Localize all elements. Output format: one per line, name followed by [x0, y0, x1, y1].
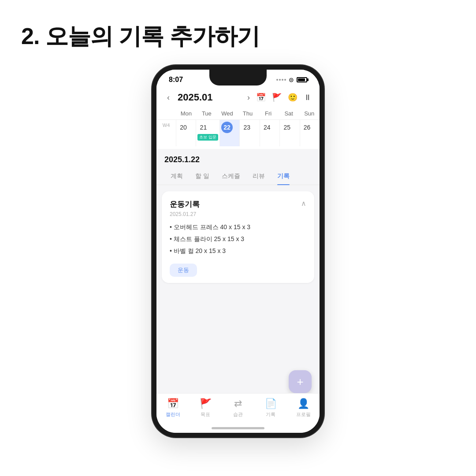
day-num-22: 22 — [221, 122, 233, 133]
chevron-up-icon[interactable]: ∧ — [301, 199, 306, 208]
cal-day-26[interactable]: 26 — [300, 120, 320, 146]
day-num-23: 23 — [241, 122, 253, 133]
profile-nav-icon: 👤 — [298, 398, 309, 409]
nav-label-record: 기록 — [266, 411, 275, 418]
tab-schedule[interactable]: 스케쥴 — [216, 168, 246, 185]
phone-notch — [209, 70, 267, 86]
weekday-thu: Thu — [238, 108, 258, 119]
goal-nav-icon: 🚩 — [200, 398, 212, 409]
day-num-24: 24 — [261, 122, 273, 133]
weekday-sun: Sun — [299, 108, 320, 119]
record-title: 운동기록 — [170, 199, 200, 209]
weekday-fri: Fri — [258, 108, 279, 119]
signal-icon — [276, 79, 286, 81]
home-indicator — [212, 427, 264, 429]
record-item-3: • 바벨 컬 20 x 15 x 3 — [170, 246, 306, 256]
tab-review[interactable]: 리뷰 — [246, 168, 271, 185]
nav-item-goal[interactable]: 🚩 목표 — [189, 398, 222, 418]
status-time: 8:07 — [169, 76, 183, 84]
cal-day-23[interactable]: 23 — [239, 120, 259, 146]
day-num-26: 26 — [301, 122, 313, 133]
flag-icon[interactable]: 🚩 — [272, 93, 282, 102]
calendar-grid: Mon Tue Wed Thu Fri Sat Sun W4 20 21 초보 … — [156, 108, 320, 149]
weekday-tue: Tue — [197, 108, 217, 119]
nav-item-habit[interactable]: ⇄ 습관 — [222, 398, 254, 418]
week-col-label — [156, 108, 176, 119]
nav-label-goal: 목표 — [201, 411, 210, 418]
record-card-header: 운동기록 ∧ — [170, 199, 306, 209]
status-icons: ⊜ — [276, 76, 307, 83]
selected-date-label: 2025.1.22 — [164, 155, 312, 164]
next-month-button[interactable]: › — [245, 92, 253, 103]
calendar-nav-icon: 📅 — [167, 398, 179, 409]
nav-item-record[interactable]: 📄 기록 — [254, 398, 287, 418]
cal-day-21[interactable]: 21 초보 입문 — [196, 120, 219, 146]
nav-item-calendar[interactable]: 📅 캘린더 — [156, 398, 189, 418]
habit-nav-icon: ⇄ — [234, 398, 242, 409]
prev-month-button[interactable]: ‹ — [164, 92, 172, 103]
tab-todo[interactable]: 할 일 — [189, 168, 216, 185]
face-icon[interactable]: 🙂 — [288, 93, 298, 102]
record-section: 운동기록 ∧ 2025.01.27 • 오버헤드 프레스 40 x 15 x 3… — [156, 185, 320, 289]
battery-icon — [297, 77, 307, 82]
cal-day-22[interactable]: 22 — [219, 120, 239, 146]
weekday-sat: Sat — [279, 108, 299, 119]
weekday-mon: Mon — [176, 108, 197, 119]
phone-frame: 8:07 ⊜ ‹ 2025.01 › 📅 🚩 — [152, 65, 324, 437]
record-item-2: • 체스트 플라이 25 x 15 x 3 — [170, 234, 306, 244]
tab-plan[interactable]: 계획 — [164, 168, 189, 185]
nav-label-profile: 프로필 — [296, 411, 311, 418]
calendar-header-icons: 📅 🚩 🙂 ⏸ — [256, 93, 312, 102]
calendar-header: ‹ 2025.01 › 📅 🚩 🙂 ⏸ — [156, 87, 320, 108]
record-date: 2025.01.27 — [170, 211, 306, 217]
day-num-21: 21 — [197, 122, 209, 133]
weekday-header: Mon Tue Wed Thu Fri Sat Sun — [156, 108, 320, 120]
month-title: 2025.01 — [178, 92, 241, 103]
week-row-4: W4 20 21 초보 입문 22 23 — [156, 120, 320, 146]
nav-label-habit: 습관 — [233, 411, 243, 418]
day-num-20: 20 — [178, 122, 189, 133]
record-exercise-tag[interactable]: 운동 — [170, 264, 197, 277]
nav-label-calendar: 캘린더 — [166, 411, 180, 418]
record-item-1: • 오버헤드 프레스 40 x 15 x 3 — [170, 223, 306, 232]
nav-item-profile[interactable]: 👤 프로필 — [287, 398, 320, 418]
record-card: 운동기록 ∧ 2025.01.27 • 오버헤드 프레스 40 x 15 x 3… — [162, 191, 314, 283]
cal-day-25[interactable]: 25 — [279, 120, 299, 146]
cal-day-24[interactable]: 24 — [260, 120, 279, 146]
page-title: 2. 오늘의 기록 추가하기 — [21, 21, 260, 52]
cal-event-badge: 초보 입문 — [197, 134, 218, 141]
date-section: 2025.1.22 — [156, 149, 320, 168]
calendar-icon[interactable]: 📅 — [256, 93, 266, 102]
phone-screen: 8:07 ⊜ ‹ 2025.01 › 📅 🚩 — [156, 70, 320, 433]
grid-icon[interactable]: ⏸ — [304, 93, 312, 102]
weekday-wed: Wed — [217, 108, 238, 119]
day-num-25: 25 — [281, 122, 293, 133]
record-nav-icon: 📄 — [265, 398, 277, 409]
week-label: W4 — [156, 120, 176, 146]
cal-day-20[interactable]: 20 — [176, 120, 196, 146]
wifi-icon: ⊜ — [289, 76, 294, 83]
tab-record[interactable]: 기록 — [271, 168, 296, 185]
tabs-bar: 계획 할 일 스케쥴 리뷰 기록 — [156, 168, 320, 185]
add-record-fab[interactable]: + — [289, 370, 312, 393]
